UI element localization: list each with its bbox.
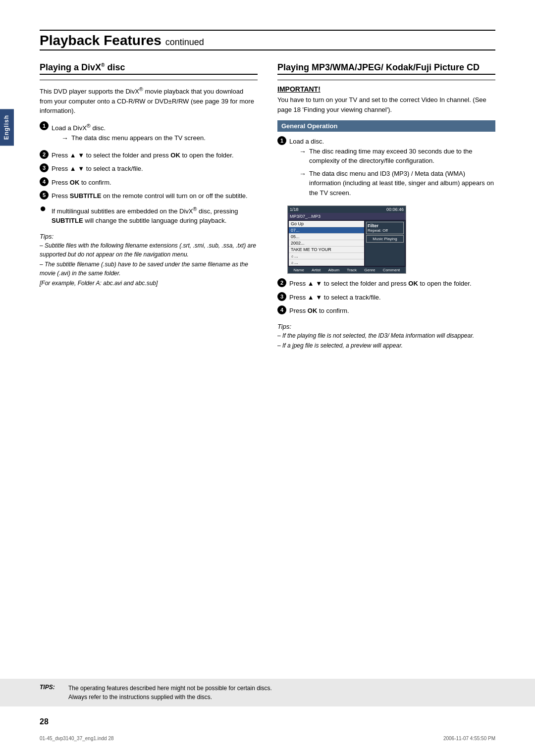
tips-text-3: [For example, Folder A: abc.avi and abc.… [40, 279, 258, 288]
step-2-number: 2 [40, 150, 49, 159]
col-comment: Comment [383, 268, 400, 272]
col-album: Album [328, 268, 340, 272]
step-5-number: 5 [40, 191, 49, 200]
list-row-05: 05... [289, 234, 364, 240]
title-continued: continued [165, 37, 204, 47]
right-step-1-arrow-1: → The disc reading time may exceed 30 se… [299, 147, 495, 166]
list-row-blank1: ♫ ... [289, 253, 364, 259]
page-title-block: Playback Features continued [40, 30, 495, 50]
page-wrapper: English Playback Features continued Play… [0, 0, 535, 756]
dvd-menu-bottom-bar: Name Artist Album Track Genre Comment [288, 267, 406, 273]
bottom-tips-text: The operating features described here mi… [68, 684, 272, 702]
right-step-4-number: 4 [277, 305, 286, 314]
footer-left: 01-45_dvp3140_37_eng1.indd 28 [40, 736, 114, 741]
right-step-1-arrow-2: → The data disc menu and ID3 (MP3) / Met… [299, 169, 495, 198]
step-3: 3 Press ▲ ▼ to select a track/file. [40, 164, 258, 174]
bottom-tips-label: TIPS: [40, 684, 64, 691]
dvd-menu-top-bar: 1/18 00:06:46 [288, 206, 406, 213]
right-step-1: 1 Load a disc. → The disc reading time m… [277, 137, 495, 201]
left-intro: This DVD player supports the DivX® movie… [40, 85, 258, 116]
tips-text-2: – The subtitle filename (.sub) have to b… [40, 260, 258, 278]
right-column: Playing MP3/WMA/JPEG/ Kodak/Fuji Picture… [277, 62, 495, 354]
list-row-07: 07... [289, 227, 364, 234]
top-rule [40, 30, 495, 31]
important-text: You have to turn on your TV and set to t… [277, 95, 495, 114]
tips-label-left: Tips: [40, 233, 258, 240]
filter-label: Filter [368, 223, 402, 228]
arrow-icon-1: → [299, 147, 306, 157]
playing-label: Music Playing [368, 237, 402, 241]
right-section-heading: Playing MP3/WMA/JPEG/ Kodak/Fuji Picture… [277, 62, 495, 75]
step-3-number: 3 [40, 163, 49, 172]
list-row-2002: 2002... [289, 240, 364, 247]
tips-block-right: Tips: – If the playing file is not selec… [277, 323, 495, 350]
important-label: IMPORTANT! [277, 85, 495, 93]
step-4-number: 4 [40, 177, 49, 186]
list-row-goup: Go Up [289, 221, 364, 227]
list-row-blank2: ♫ ... [289, 259, 364, 266]
right-tips-text-2: – If a jpeg file is selected, a preview … [277, 341, 495, 350]
content-columns: Playing a DivX® disc This DVD player sup… [40, 62, 495, 354]
left-column: Playing a DivX® disc This DVD player sup… [40, 62, 258, 354]
right-tips-text-1: – If the playing file is not selected, t… [277, 331, 495, 340]
page-title: Playback Features continued [40, 33, 495, 49]
col-artist: Artist [312, 268, 321, 272]
tips-label-right: Tips: [277, 323, 495, 330]
step-1-number: 1 [40, 121, 49, 130]
right-step-1-arrow-text-1: The disc reading time may exceed 30 seco… [309, 147, 495, 166]
step-1: 1 Load a DivX® disc. → The data disc men… [40, 122, 258, 147]
left-section-rule [40, 80, 258, 80]
dvd-menu-list: Go Up 07... 05... 2002... TAKE ME TO YOU… [289, 221, 364, 266]
right-step-2: 2 Press ▲ ▼ to select the folder and pre… [277, 279, 495, 289]
bullet-step-content: If multilingual subtitles are embedded o… [52, 205, 258, 226]
step-1-arrow: → The data disc menu appears on the TV s… [61, 133, 258, 144]
col-genre: Genre [364, 268, 375, 272]
footer-info: 01-45_dvp3140_37_eng1.indd 28 2006-11-07… [40, 736, 495, 741]
step-2-content: Press ▲ ▼ to select the folder and press… [52, 151, 258, 160]
step-3-content: Press ▲ ▼ to select a track/file. [52, 164, 258, 174]
title-text: Playback Features [40, 33, 161, 48]
right-step-3: 3 Press ▲ ▼ to select a track/file. [277, 293, 495, 302]
bottom-tips-bar: TIPS: The operating features described h… [0, 679, 535, 706]
bullet-icon: ● [40, 203, 49, 214]
col-name: Name [294, 268, 304, 272]
dvd-menu-path: MP3/07_...MP3 [288, 213, 406, 220]
dvd-menu-screenshot: 1/18 00:06:46 MP3/07_...MP3 Go Up 07... … [287, 205, 406, 274]
step-1-arrow-text: The data disc menu appears on the TV scr… [71, 133, 206, 143]
left-section-heading: Playing a DivX® disc [40, 62, 258, 75]
right-section-rule [277, 80, 495, 80]
page-number: 28 [40, 717, 49, 726]
dvd-menu-right-panel: Filter Repeat: Off Music Playing [365, 221, 405, 266]
dvd-menu-filter: Filter Repeat: Off [366, 222, 404, 234]
dvd-menu-time: 00:06:46 [386, 207, 404, 212]
right-step-4: 4 Press OK to confirm. [277, 306, 495, 316]
right-step-1-number: 1 [277, 136, 286, 145]
filter-value: Repeat: Off [368, 228, 402, 233]
english-tab: English [0, 109, 14, 146]
dvd-menu-playing: Music Playing [366, 235, 404, 243]
right-step-1-content: Load a disc. → The disc reading time may… [289, 137, 495, 201]
bullet-step: ● If multilingual subtitles are embedded… [40, 205, 258, 226]
title-bottom-rule [40, 50, 495, 50]
right-step-4-content: Press OK to confirm. [289, 306, 495, 316]
step-5-content: Press SUBTITLE on the remote control wil… [52, 191, 258, 201]
right-step-2-number: 2 [277, 278, 286, 287]
step-2: 2 Press ▲ ▼ to select the folder and pre… [40, 151, 258, 160]
col-track: Track [347, 268, 357, 272]
right-step-3-number: 3 [277, 292, 286, 301]
dvd-menu-track: 1/18 [290, 207, 299, 212]
arrow-icon: → [61, 133, 68, 144]
right-step-3-content: Press ▲ ▼ to select a track/file. [289, 293, 495, 302]
list-row-takeme: TAKE ME TO YOUR [289, 247, 364, 253]
bottom-tips-line-1: The operating features described here mi… [68, 684, 272, 693]
step-4: 4 Press OK to confirm. [40, 178, 258, 188]
dvd-menu-body: Go Up 07... 05... 2002... TAKE ME TO YOU… [288, 220, 406, 267]
step-1-content: Load a DivX® disc. → The data disc menu … [52, 122, 258, 147]
step-4-content: Press OK to confirm. [52, 178, 258, 188]
step-5: 5 Press SUBTITLE on the remote control w… [40, 191, 258, 201]
footer-right: 2006-11-07 4:55:50 PM [443, 736, 495, 741]
bottom-tips-line-2: Always refer to the instructions supplie… [68, 693, 272, 702]
arrow-icon-2: → [299, 169, 306, 179]
tips-text-1: – Subtitle files with the following file… [40, 241, 258, 259]
tips-block-left: Tips: – Subtitle files with the followin… [40, 233, 258, 288]
